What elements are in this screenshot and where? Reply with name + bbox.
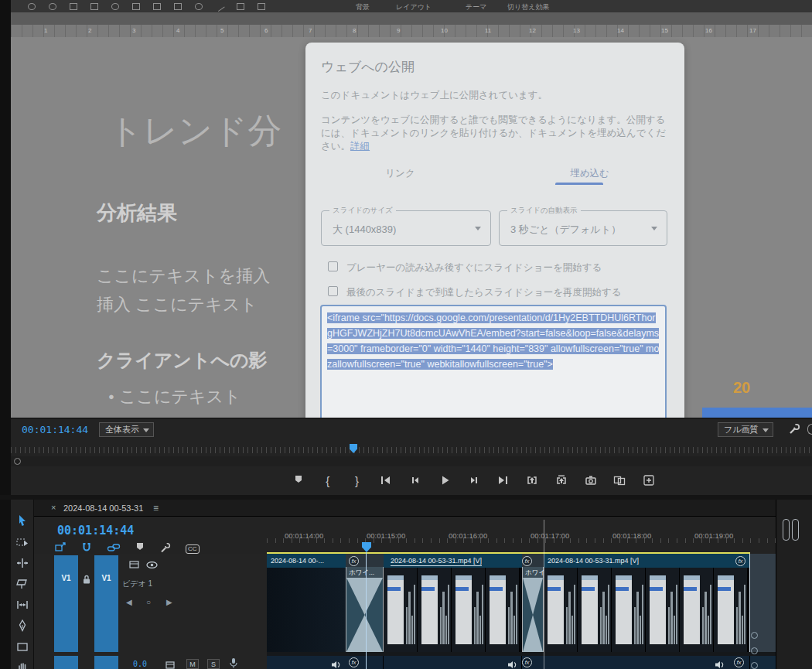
details-link[interactable]: 詳細 (350, 141, 370, 152)
zoom-handle-icon[interactable] (14, 458, 21, 465)
previous-keyframe-icon[interactable]: ◀ (126, 598, 132, 606)
active-tab-underline (555, 183, 603, 185)
video-track-name[interactable]: ビデオ 1 (122, 579, 152, 589)
fx-badge[interactable]: fx (522, 657, 532, 667)
program-monitor-video: 背景 レイアウト テーマ 切り替え効果 12345678910111213141… (11, 0, 812, 418)
ruler-number: 12 (529, 27, 536, 34)
clip-selection-line (267, 552, 750, 554)
razor-tool[interactable] (15, 577, 29, 591)
add-marker-button[interactable] (290, 472, 307, 489)
gslides-ruler: 1234567891011121314151617 (11, 25, 812, 37)
comparison-view-button[interactable] (611, 472, 628, 489)
transition-2[interactable]: ホワイ... (522, 567, 544, 652)
audio-clip-2[interactable] (384, 656, 522, 669)
slide-body-line-2: 挿入 ここにテキスト (97, 293, 258, 316)
frame-thumbnail (612, 568, 646, 652)
monitor-settings-wrench-icon[interactable] (787, 422, 801, 439)
frame-thumbnail (646, 568, 680, 652)
mute-button[interactable]: M (186, 659, 199, 669)
button-editor-button[interactable] (640, 472, 657, 489)
track-resize-handle-icon[interactable] (751, 647, 758, 654)
ruler-number: 7 (309, 27, 312, 34)
track-select-tool[interactable] (15, 535, 29, 549)
fx-badge[interactable]: fx (349, 556, 359, 566)
add-keyframe-icon[interactable]: ○ (146, 598, 151, 606)
vertical-zoom-handle[interactable] (792, 519, 799, 541)
selection-tool[interactable] (15, 514, 29, 527)
auto-advance-label: スライドの自動表示 (507, 206, 581, 216)
transition-1[interactable]: ホワイ... (346, 567, 384, 652)
tab-link[interactable]: リンク (305, 160, 495, 186)
sequence-tab[interactable]: 2024-08-14 00-53-31 (63, 503, 143, 513)
gslides-toolbar: 背景 レイアウト テーマ 切り替え効果 (11, 0, 812, 12)
track-resize-handle-icon[interactable] (751, 632, 758, 639)
fx-badge[interactable]: fx (735, 556, 745, 566)
hand-tool[interactable] (15, 660, 29, 669)
embed-code-selected-text: <iframe src="https://docs.google.com/pre… (327, 312, 659, 370)
track-resize-handle-icon[interactable] (751, 662, 758, 669)
go-to-out-button[interactable] (494, 472, 511, 489)
fx-badge[interactable]: fx (522, 556, 532, 566)
play-button[interactable] (436, 472, 453, 489)
start-slideshow-checkbox[interactable] (328, 261, 338, 271)
timeline-timecode[interactable]: 00:01:14:44 (57, 524, 134, 538)
clip-3[interactable]: 2024-08-14 00-53-31.mp4 [V] (544, 554, 750, 652)
chevron-down-icon (475, 227, 481, 230)
extract-button[interactable] (553, 472, 570, 489)
clip-header: 2024-08-14 00-53-31.mp4 [V] (384, 554, 522, 568)
solo-button[interactable]: S (207, 659, 220, 669)
auto-advance-select[interactable]: スライドの自動表示 3 秒ごと（デフォルト） (499, 210, 667, 246)
restart-slideshow-checkbox[interactable] (328, 286, 338, 296)
go-to-in-button[interactable] (377, 472, 394, 489)
step-back-button[interactable] (407, 472, 424, 489)
next-keyframe-icon[interactable]: ▶ (166, 598, 172, 606)
ruler-number: 1 (44, 27, 47, 34)
mark-out-button[interactable]: } (349, 472, 366, 489)
voiceover-mic-icon[interactable] (228, 657, 239, 669)
fx-badge[interactable]: fx (734, 657, 744, 667)
timeline-ruler[interactable]: 00:01:14:00 00:01:15:00 00:01:16:00 00:0… (267, 517, 776, 543)
transition-name: ホワイ... (349, 568, 374, 578)
vertical-scrollbar-handle[interactable] (783, 519, 790, 541)
clip-1[interactable]: 2024-08-14 00-... (267, 554, 346, 652)
slide-size-select[interactable]: スライドのサイズ 大 (1440x839) (321, 210, 491, 246)
ripple-edit-tool[interactable] (15, 556, 29, 570)
sync-lock-icon[interactable] (128, 559, 141, 573)
ruler-number: 4 (176, 27, 179, 34)
pen-tool[interactable] (15, 619, 29, 633)
ruler-label: 00:01:18:00 (612, 531, 651, 540)
track-output-eye-icon[interactable] (145, 559, 159, 574)
program-scrub-ruler[interactable] (11, 442, 812, 456)
target-track-v1[interactable]: V1 (94, 555, 118, 652)
slip-tool[interactable] (15, 598, 29, 612)
source-track-a1[interactable] (54, 656, 78, 669)
mark-in-button[interactable]: { (319, 472, 336, 489)
target-track-a1[interactable] (94, 656, 118, 669)
program-timecode[interactable]: 00:01:14:44 (22, 424, 88, 435)
audio-meter-icon[interactable] (165, 659, 176, 669)
clip-header: 2024-08-14 00-53-31.mp4 [V] (544, 554, 749, 568)
embed-code-textarea[interactable]: <iframe src="https://docs.google.com/pre… (320, 305, 667, 418)
panel-menu-icon[interactable]: ≡ (153, 503, 159, 514)
rectangle-tool[interactable] (15, 640, 29, 654)
lift-button[interactable] (524, 472, 541, 489)
clip-2[interactable]: 2024-08-14 00-53-31.mp4 [V] (384, 554, 522, 652)
fx-badge[interactable]: fx (349, 657, 359, 667)
close-tab-icon[interactable]: × (51, 503, 56, 512)
captions-icon[interactable]: CC (186, 544, 200, 554)
clipped-right-icon[interactable] (807, 424, 812, 435)
line-icon (214, 1, 224, 11)
track-lock-icon[interactable] (80, 573, 93, 589)
source-track-v1[interactable]: V1 (54, 555, 78, 652)
export-frame-button[interactable] (582, 472, 599, 489)
slide-body-line-1: ここにテキストを挿入 (97, 265, 270, 288)
dialog-status-text: このドキュメントはウェブ上に公開されています。 (321, 89, 548, 102)
slide-title: トレンド分 (108, 108, 281, 154)
step-forward-button[interactable] (466, 472, 483, 489)
frame-thumbnail (680, 568, 714, 652)
playback-quality-select[interactable]: フル画質 (718, 422, 773, 437)
fit-zoom-select[interactable]: 全体表示 (99, 422, 154, 437)
auto-advance-value: 3 秒ごと（デフォルト） (510, 223, 621, 237)
program-zoom-bar[interactable] (11, 456, 812, 466)
audio-gain-value[interactable]: 0.0 (133, 660, 147, 668)
